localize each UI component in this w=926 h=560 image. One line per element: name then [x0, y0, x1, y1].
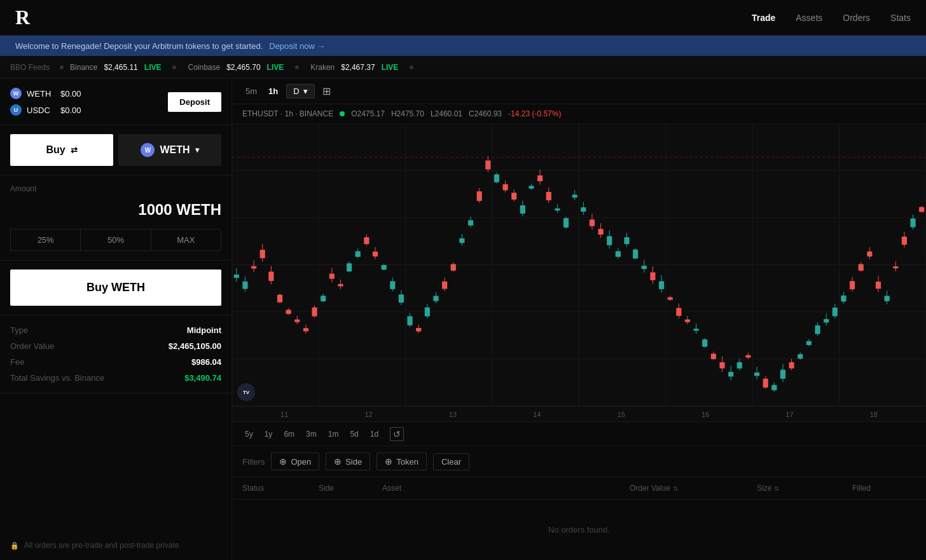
dropdown-arrow-icon: ▾ — [303, 86, 308, 96]
bbo-dot-3 — [295, 65, 299, 69]
nav-trade[interactable]: Trade — [752, 13, 775, 23]
banner-text: Welcome to Renegade! Deposit your Arbitr… — [15, 41, 263, 51]
usdc-balance: $0.00 — [60, 106, 81, 115]
bbo-price-coinbase: $2,465.70 — [226, 63, 260, 72]
lock-icon: 🔒 — [10, 542, 19, 550]
filter-side-button[interactable]: ⊕ Side — [326, 453, 370, 470]
zoom-1d[interactable]: 1d — [368, 428, 381, 440]
banner: Welcome to Renegade! Deposit your Arbitr… — [0, 36, 926, 56]
wallet-assets: W WETH $0.00 U USDC $0.00 — [10, 88, 81, 116]
filter-side-label: Side — [345, 457, 362, 467]
plus-icon-token: ⊕ — [385, 456, 392, 467]
bbo-price-kraken: $2,467.37 — [341, 63, 375, 72]
xaxis-17: 17 — [785, 411, 793, 418]
buy-label: Buy — [46, 144, 65, 156]
buy-action-button[interactable]: Buy WETH — [10, 270, 221, 306]
zoom-5y[interactable]: 5y — [242, 428, 256, 440]
bbo-exchange-coinbase: Coinbase — [188, 63, 220, 72]
amount-section: Amount 1000 WETH 25% 50% MAX — [0, 175, 232, 261]
pct-25-button[interactable]: 25% — [11, 229, 81, 250]
time-5m[interactable]: 5m — [242, 85, 260, 97]
bbo-bar: BBO Feeds Binance $2,465.11 LIVE Coinbas… — [0, 56, 926, 79]
sort-size-icon[interactable]: ⇅ — [774, 485, 779, 492]
type-label: Type — [10, 325, 28, 335]
ohlc-change: -14.23 (-0.57%) — [508, 109, 561, 118]
savings-label: Total Savings vs. Binance — [10, 373, 104, 383]
amount-display[interactable]: 1000 WETH — [10, 201, 221, 219]
deposit-button[interactable]: Deposit — [168, 92, 221, 112]
plus-icon-open: ⊕ — [279, 456, 287, 467]
nav-assets[interactable]: Assets — [796, 13, 822, 23]
token-name-select: WETH — [160, 144, 190, 156]
nav-stats[interactable]: Stats — [890, 13, 911, 23]
xaxis-13: 13 — [449, 411, 457, 418]
col-side: Side — [319, 484, 382, 493]
xaxis-15: 15 — [618, 411, 625, 418]
col-asset: Asset — [382, 484, 630, 493]
trade-direction: Buy ⇄ W WETH ▾ — [0, 125, 232, 175]
xaxis-11: 11 — [280, 411, 288, 418]
nav-orders[interactable]: Orders — [843, 13, 870, 23]
right-panel: 5m 1h D ▾ ⊞ ETHUSDT · 1h · BINANCE O2475… — [232, 79, 926, 560]
pct-max-button[interactable]: MAX — [151, 229, 221, 250]
bbo-exchange-kraken: Kraken — [310, 63, 335, 72]
token-select-button[interactable]: W WETH ▾ — [118, 134, 221, 166]
filter-open-label: Open — [291, 457, 311, 467]
fee-row: Fee $986.04 — [10, 357, 221, 367]
col-size: Size ⇅ — [757, 484, 852, 493]
zoom-reset-button[interactable]: ↺ — [390, 427, 404, 441]
timeframe-select-dropdown[interactable]: D ▾ — [286, 84, 314, 99]
filter-open-button[interactable]: ⊕ Open — [271, 453, 319, 470]
ohlc-low: L2460.01 — [431, 109, 462, 118]
amount-label: Amount — [10, 184, 221, 193]
pct-50-button[interactable]: 50% — [81, 229, 151, 250]
zoom-1m[interactable]: 1m — [326, 428, 342, 440]
plus-icon-side: ⊕ — [334, 456, 342, 467]
order-value-row: Order Value $2,465,105.00 — [10, 341, 221, 351]
orders-section: Filters ⊕ Open ⊕ Side ⊕ Token Clear Stat… — [232, 446, 926, 560]
privacy-text: All orders are pre-trade and post-trade … — [24, 541, 181, 550]
orders-filters: Filters ⊕ Open ⊕ Side ⊕ Token Clear — [232, 446, 926, 477]
bbo-live-coinbase: LIVE — [267, 63, 284, 72]
weth-name: WETH — [27, 89, 55, 99]
chart-type-icon[interactable]: ⊞ — [322, 85, 331, 97]
chart-area: TV — [232, 123, 926, 406]
fee-value: $986.04 — [191, 357, 221, 367]
selected-timeframe: D — [293, 86, 299, 96]
type-row: Type Midpoint — [10, 325, 221, 335]
filters-label: Filters — [242, 457, 265, 467]
live-dot — [340, 111, 345, 116]
banner-link[interactable]: Deposit now → — [269, 41, 325, 51]
order-value-label: Order Value — [10, 341, 54, 351]
buy-action-section: Buy WETH — [0, 261, 232, 315]
left-panel: W WETH $0.00 U USDC $0.00 Deposit Buy ⇄ — [0, 79, 232, 560]
buy-button[interactable]: Buy ⇄ — [10, 134, 113, 166]
swap-icon: ⇄ — [71, 146, 78, 155]
filter-token-label: Token — [396, 457, 418, 467]
clear-button[interactable]: Clear — [433, 453, 469, 470]
zoom-bar: 5y 1y 6m 3m 1m 5d 1d ↺ — [232, 421, 926, 446]
order-value-value: $2,465,105.00 — [169, 341, 221, 351]
xaxis-18: 18 — [870, 411, 878, 418]
logo[interactable]: R — [15, 6, 30, 29]
ohlc-open: O2475.17 — [351, 109, 385, 118]
bbo-price-binance: $2,465.11 — [104, 63, 137, 72]
filter-token-button[interactable]: ⊕ Token — [377, 453, 427, 470]
col-filled: Filled — [852, 484, 916, 493]
zoom-6m[interactable]: 6m — [281, 428, 297, 440]
zoom-5d[interactable]: 5d — [347, 428, 361, 440]
main-layout: W WETH $0.00 U USDC $0.00 Deposit Buy ⇄ — [0, 79, 926, 560]
orders-table-header: Status Side Asset Order Value ⇅ Size ⇅ F… — [232, 477, 926, 500]
wallet-section: W WETH $0.00 U USDC $0.00 Deposit — [0, 79, 232, 125]
sort-orderval-icon[interactable]: ⇅ — [673, 485, 678, 492]
zoom-1y[interactable]: 1y — [262, 428, 275, 440]
bbo-exchange-binance: Binance — [70, 63, 97, 72]
usdc-name: USDC — [27, 106, 55, 115]
ohlc-high: H2475.70 — [391, 109, 424, 118]
zoom-3m[interactable]: 3m — [303, 428, 319, 440]
xaxis-14: 14 — [533, 411, 541, 418]
chart-xaxis: 11 12 13 14 15 16 17 18 — [232, 406, 926, 421]
time-1h[interactable]: 1h — [265, 85, 281, 97]
token-icon-select: W — [141, 143, 155, 157]
percent-buttons: 25% 50% MAX — [10, 229, 221, 251]
